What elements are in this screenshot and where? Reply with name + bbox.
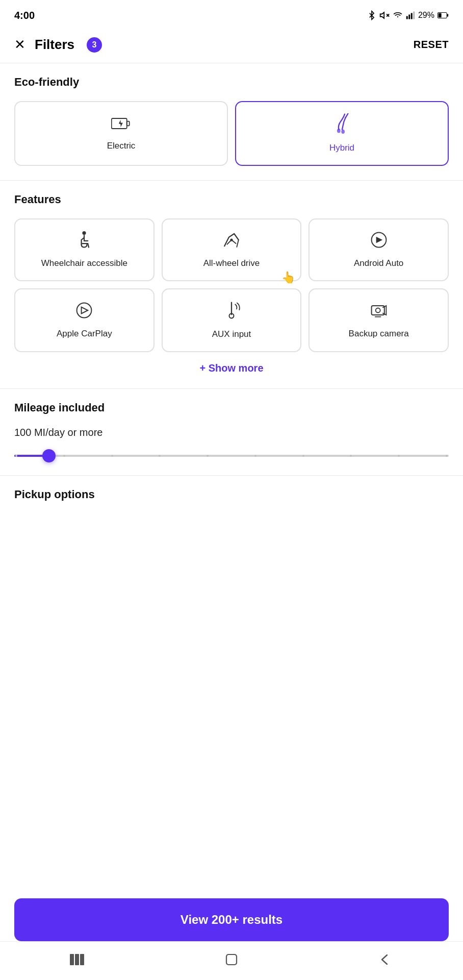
allwheel-label: All-wheel drive [203,258,260,269]
features-grid: Wheelchair accessible All-wheel drive [14,218,449,352]
slider-dot [63,455,65,457]
slider-dot [254,455,256,457]
svg-point-24 [375,308,380,313]
hybrid-icon [332,113,352,136]
svg-rect-7 [413,12,415,19]
slider-dot [350,455,352,457]
header: ✕ Filters 3 RESET [0,29,463,63]
svg-rect-9 [447,14,449,16]
svg-marker-20 [82,307,88,314]
battery-text: 29% [418,11,434,20]
svg-marker-0 [380,12,384,18]
nav-menu-icon[interactable] [70,954,84,968]
svg-rect-27 [75,954,79,965]
pickup-title: Pickup options [14,488,449,501]
status-bar: 4:00 [0,0,463,29]
slider-dots [14,455,449,457]
svg-point-16 [230,239,233,241]
status-icons: 29% [367,10,449,20]
pickup-section: Pickup options [0,475,463,518]
battery-icon [438,12,449,19]
filter-card-androidauto[interactable]: Android Auto [308,218,449,281]
slider-dot [302,455,304,457]
svg-point-15 [83,231,86,235]
filter-card-hybrid[interactable]: Hybrid [235,101,449,166]
signal-icon [406,11,415,20]
svg-rect-28 [80,954,84,965]
features-title: Features [14,193,449,206]
auxinput-label: AUX input [212,329,251,340]
bluetooth-icon [367,10,376,20]
filter-card-electric[interactable]: Electric [14,101,228,166]
cta-container: View 200+ results [0,898,463,941]
reset-button[interactable]: RESET [414,39,449,51]
view-results-button[interactable]: View 200+ results [14,898,449,941]
nav-home-icon[interactable] [224,952,239,970]
close-button[interactable]: ✕ [14,37,25,53]
slider-dot [111,455,113,457]
androidauto-icon [370,231,388,252]
slider-dot [446,455,448,457]
header-left: ✕ Filters 3 [14,37,102,53]
applecarplay-label: Apple CarPlay [57,328,112,339]
filter-card-backupcamera[interactable]: Backup camera [308,288,449,352]
eco-friendly-grid: Electric Hybrid [14,101,449,166]
svg-rect-5 [408,15,410,19]
wifi-icon [393,11,403,20]
slider-dot [207,455,209,457]
hybrid-label: Hybrid [329,142,354,154]
backupcamera-label: Backup camera [349,328,409,339]
page-title: Filters [35,37,74,53]
svg-point-19 [77,303,92,318]
backupcamera-icon [370,301,388,322]
wheelchair-label: Wheelchair accessible [41,258,127,269]
filter-card-auxinput[interactable]: AUX input [162,288,302,352]
slider-dot [15,455,17,457]
applecarplay-icon [75,301,93,322]
svg-rect-10 [439,13,442,17]
svg-point-14 [341,130,345,134]
mileage-value: 100 MI/day or more [14,427,449,438]
eco-friendly-title: Eco-friendly [14,76,449,89]
svg-rect-6 [411,13,413,19]
electric-icon [111,115,132,134]
slider-dot [398,455,400,457]
svg-point-13 [337,129,341,133]
eco-friendly-section: Eco-friendly Electric [0,63,463,180]
filter-card-wheelchair[interactable]: Wheelchair accessible [14,218,155,281]
filter-card-applecarplay[interactable]: Apple CarPlay [14,288,155,352]
auxinput-icon [222,301,241,323]
svg-rect-26 [70,954,74,965]
features-section: Features Wheelchair accessible [0,180,463,388]
androidauto-label: Android Auto [354,258,403,269]
electric-label: Electric [107,140,136,152]
slider-dot [159,455,161,457]
allwheel-icon [222,231,241,252]
show-more-button[interactable]: + Show more [14,362,449,374]
svg-rect-29 [226,954,237,965]
status-time: 4:00 [14,10,35,21]
svg-marker-18 [376,237,382,243]
mileage-section: Mileage included 100 MI/day or more [0,388,463,475]
wheelchair-icon [75,231,93,252]
mileage-slider[interactable] [14,451,449,461]
filter-card-allwheel[interactable]: All-wheel drive 👆 [162,218,302,281]
cursor-hand: 👆 [281,271,295,284]
filter-count-badge: 3 [87,37,102,53]
nav-back-icon[interactable] [379,954,393,968]
bottom-nav [0,941,463,980]
svg-rect-12 [126,121,129,126]
volume-mute-icon [379,10,390,20]
slider-thumb[interactable] [42,449,56,462]
svg-rect-4 [406,16,408,19]
mileage-title: Mileage included [14,401,449,414]
